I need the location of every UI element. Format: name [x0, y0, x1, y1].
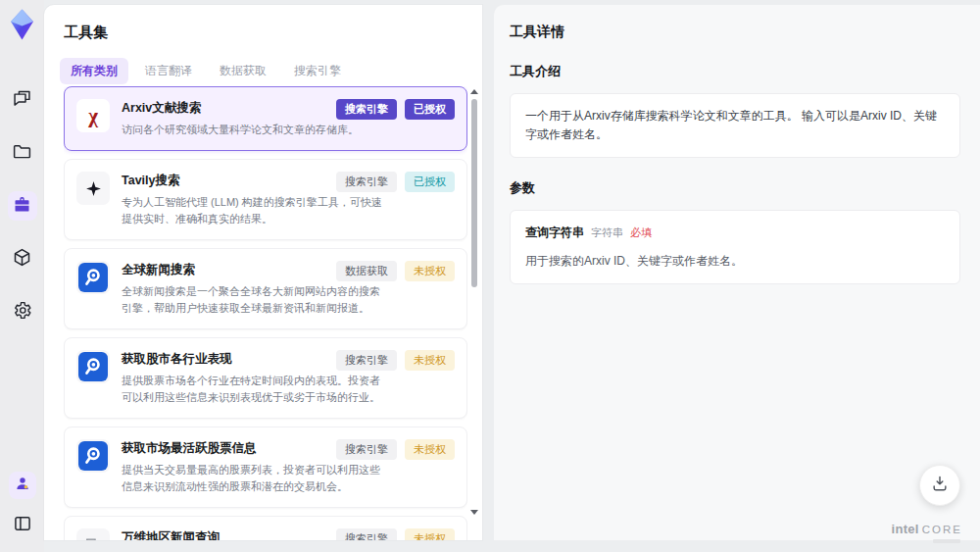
- tool-card[interactable]: χ: [64, 248, 467, 329]
- param-name: 查询字符串: [525, 224, 584, 242]
- chat-icon: [12, 88, 32, 113]
- sidebar-item-chat[interactable]: [8, 85, 37, 115]
- scroll-down-arrow[interactable]: [470, 510, 478, 515]
- tavily-star-icon: [84, 179, 103, 198]
- category-tab[interactable]: 搜索引擎: [283, 58, 352, 84]
- toolbox-icon: [12, 194, 32, 219]
- params-heading: 参数: [510, 179, 960, 197]
- tool-description: 提供股票市场各个行业在特定时间段内的表现。投资者可以利用这些信息来识别表现优于或…: [122, 373, 388, 406]
- parameter-box: 查询字符串 字符串 必填 用于搜索的Arxiv ID、关键字或作者姓名。: [510, 210, 960, 283]
- sidebar-rail: [0, 0, 44, 552]
- tool-description: 全球新闻搜索是一个聚合全球各大新闻网站内容的搜索引擎，帮助用户快速获取全球最新资…: [122, 283, 388, 317]
- category-tabs: 所有类别 语言翻译 数据获取 搜索引擎: [60, 58, 482, 84]
- category-tab[interactable]: 所有类别: [60, 58, 128, 84]
- category-tab[interactable]: 数据获取: [209, 58, 277, 84]
- download-button[interactable]: [919, 465, 960, 506]
- category-badge: 搜索引擎: [336, 172, 397, 192]
- cube-icon: [12, 247, 32, 272]
- param-type: 字符串: [591, 225, 623, 242]
- auth-status-badge: 已授权: [405, 99, 455, 120]
- user-icon: [14, 475, 31, 496]
- search-logo-icon: [78, 441, 108, 471]
- param-description: 用于搜索的Arxiv ID、关键字或作者姓名。: [525, 252, 945, 271]
- tool-card[interactable]: χ: [64, 427, 467, 508]
- tool-description: 提供当天交易量最高的股票列表，投资者可以利用这些信息来识别流动性强的股票和潜在的…: [122, 462, 388, 495]
- tool-card[interactable]: χ: [64, 86, 467, 151]
- tool-card[interactable]: χ: [64, 516, 467, 540]
- scroll-up-arrow[interactable]: [470, 89, 478, 94]
- auth-status-badge: 未授权: [405, 261, 455, 281]
- tool-name: Arxiv文献搜索: [122, 100, 359, 117]
- sidebar-item-models[interactable]: [8, 244, 37, 274]
- sidebar-item-files[interactable]: [8, 138, 37, 168]
- category-badge: 搜索引擎: [336, 439, 397, 460]
- tool-card[interactable]: χ: [64, 337, 467, 419]
- category-tab[interactable]: 语言翻译: [134, 58, 203, 84]
- sidebar-item-account[interactable]: [9, 472, 36, 499]
- panel-toggle-icon: [13, 514, 32, 537]
- tool-list: χ: [64, 86, 467, 540]
- tool-description: 访问各个研究领域大量科学论文和文章的存储库。: [122, 122, 359, 138]
- auth-status-badge: 未授权: [405, 528, 455, 540]
- tab-label: 语言翻译: [145, 64, 192, 77]
- detail-title: 工具详情: [510, 24, 960, 41]
- sidebar-item-settings[interactable]: [8, 297, 37, 326]
- tool-intro-text: 一个用于从Arxiv存储库搜索科学论文和文章的工具。 输入可以是Arxiv ID…: [525, 109, 937, 141]
- auth-status-badge: 未授权: [405, 439, 455, 460]
- sidebar-item-collapse[interactable]: [8, 511, 37, 540]
- tool-intro-box: 一个用于从Arxiv存储库搜索科学论文和文章的工具。 输入可以是Arxiv ID…: [510, 93, 960, 158]
- news-building-icon: [83, 535, 103, 540]
- tool-list-panel: 工具集 所有类别 语言翻译 数据获取 搜索引擎 χ: [44, 5, 482, 540]
- category-badge: 搜索引擎: [336, 528, 397, 540]
- tab-label: 数据获取: [220, 64, 267, 77]
- arxiv-logo-icon: χ: [88, 104, 98, 128]
- intel-core-logo: intel core: [892, 522, 962, 536]
- auth-status-badge: 未授权: [405, 350, 455, 371]
- tool-detail-panel: 工具详情 工具介绍 一个用于从Arxiv存储库搜索科学论文和文章的工具。 输入可…: [494, 5, 980, 540]
- download-icon: [930, 474, 950, 497]
- brand-core: core: [922, 524, 962, 535]
- sidebar-item-tools[interactable]: [8, 191, 37, 221]
- list-scrollbar[interactable]: [470, 89, 478, 515]
- category-badge: 搜索引擎: [336, 99, 397, 120]
- gear-icon: [12, 300, 32, 325]
- intro-heading: 工具介绍: [510, 63, 960, 80]
- search-logo-icon: [78, 263, 108, 292]
- app-logo: [9, 9, 35, 44]
- tool-description: 专为人工智能代理 (LLM) 构建的搜索引擎工具，可快速提供实时、准确和真实的结…: [122, 194, 388, 227]
- tool-name: 万维地区新闻查询: [122, 529, 359, 540]
- auth-status-badge: 已授权: [405, 172, 455, 192]
- folder-icon: [12, 141, 32, 166]
- brand-intel: intel: [892, 522, 919, 536]
- category-badge: 数据获取: [336, 261, 397, 281]
- tool-card[interactable]: χ: [64, 159, 467, 240]
- tab-label: 搜索引擎: [294, 64, 341, 77]
- tab-label: 所有类别: [71, 64, 118, 77]
- search-logo-icon: [78, 352, 108, 381]
- category-badge: 搜索引擎: [336, 350, 397, 371]
- param-required-badge: 必填: [630, 225, 652, 242]
- page-title: 工具集: [64, 24, 482, 42]
- scrollbar-thumb[interactable]: [471, 99, 477, 287]
